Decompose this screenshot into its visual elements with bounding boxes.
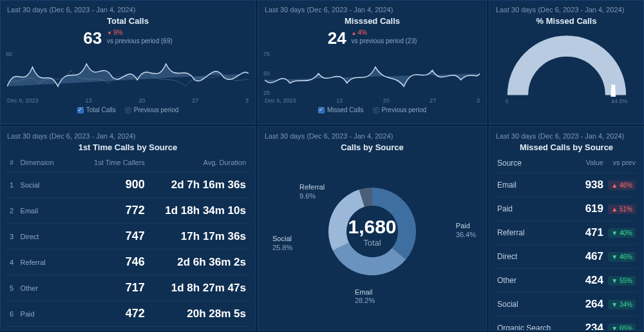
row-index: 7 [7,327,18,331]
panel-missed-by-source: Last 30 days (Dec 6, 2023 - Jan 4, 2024)… [489,126,644,331]
row-delta: ▼ 65% [603,324,636,331]
x-tick: 3 [477,97,480,104]
row-duration: 2d 6h 36m 2s [147,249,249,275]
missed-calls-prev: vs previous period (23) [352,37,417,44]
donut-chart: 1,680 Total Paid36.4% Email28.2% Social2… [265,157,480,306]
checkbox-icon [77,107,84,113]
legend-previous[interactable]: Previous period [373,106,426,113]
row-callers: 746 [82,249,147,275]
x-tick: 27 [192,97,198,104]
donut-label-social: Social25.8% [272,235,292,253]
list-item[interactable]: Organic Search234▼ 65% [496,316,637,331]
row-source: Paid [18,301,82,327]
x-tick: 3 [245,97,249,104]
checkbox-icon [373,107,379,113]
row-source: Email [497,181,565,190]
x-tick: 13 [336,97,343,104]
list-item[interactable]: Social264▼ 34% [496,292,637,316]
table-row[interactable]: 1Social9002d 7h 16m 36s [7,172,249,198]
row-source: Organic Search [18,327,82,331]
legend: Missed Calls Previous period [265,106,480,113]
row-index: 3 [7,224,18,249]
x-tick: Dec 6, 2023 [265,97,296,104]
period-label: Last 30 days (Dec 6, 2023 - Jan 4, 2024) [7,132,249,140]
panel-missed-calls: Last 30 days (Dec 6, 2023 - Jan 4, 2024)… [258,0,487,124]
table-row[interactable]: 7Organic Search2752d 3h 56m 36s [7,327,249,331]
list-item[interactable]: Email938▲ 46% [496,173,637,197]
row-duration: 1d 8h 27m 47s [147,275,249,301]
list-item[interactable]: Referral471▼ 40% [496,220,637,244]
table-row[interactable]: 6Paid47220h 28m 5s [7,301,249,327]
row-source: Organic Search [497,324,565,331]
total-calls-value: 63 [83,28,102,48]
total-calls-title: Total Calls [7,16,249,26]
row-callers: 900 [82,172,147,198]
col-callers: 1st Time Callers [82,155,147,172]
legend-label: Previous period [134,106,178,113]
row-delta: ▼ 40% [603,228,636,238]
col-index: # [7,155,18,172]
row-index: 2 [7,198,18,224]
table-row[interactable]: 4Referral7462d 6h 36m 2s [7,249,249,275]
x-axis: Dec 6, 2023 13 20 27 3 [7,97,249,104]
x-tick: 27 [430,97,436,104]
period-label: Last 30 days (Dec 6, 2023 - Jan 4, 2024) [265,6,480,14]
row-delta: ▼ 34% [603,300,636,309]
missed-calls-title: Misssed Calls [265,16,480,26]
y-tick: 25 [263,90,270,96]
row-delta: ▲ 46% [603,181,636,190]
mcs-title: Missed Calls by Source [496,142,637,152]
row-delta: ▼ 55% [603,276,636,286]
row-index: 4 [7,249,18,275]
list-item[interactable]: Other424▼ 55% [496,268,637,292]
row-delta: ▼ 46% [603,252,636,262]
row-source: Referral [497,228,565,237]
row-source: Email [18,198,82,224]
y-tick: 50 [263,70,270,77]
row-value: 264 [565,298,603,311]
row-source: Paid [497,204,565,213]
row-delta: ▲ 51% [603,204,636,214]
gauge-title: % Missed Calls [496,16,637,26]
list-item[interactable]: Paid619▲ 51% [496,197,637,220]
checkbox-icon [318,107,325,113]
table-row[interactable]: 3Direct74717h 17m 36s [7,224,249,249]
row-duration: 20h 28m 5s [147,301,249,327]
first-time-title: 1st Time Calls by Source [7,142,249,152]
legend-label: Total Calls [86,106,116,113]
total-calls-delta: 9% [107,29,122,36]
total-calls-prev: vs previous period (69) [107,37,173,44]
table-row[interactable]: 5Other7171d 8h 27m 47s [7,275,249,301]
row-source: Direct [18,224,82,249]
row-source: Other [18,275,82,301]
row-duration: 1d 18h 34m 10s [147,198,249,224]
x-tick: 13 [85,97,91,104]
legend-label: Previous period [382,106,426,113]
panel-first-time-calls: Last 30 days (Dec 6, 2023 - Jan 4, 2024)… [0,126,256,331]
row-duration: 2d 7h 16m 36s [147,172,249,198]
period-label: Last 30 days (Dec 6, 2023 - Jan 4, 2024) [265,132,480,140]
legend-missed-calls[interactable]: Missed Calls [318,106,364,113]
donut-total-label: Total [348,238,396,248]
col-vsprev: vs prev [603,159,636,168]
total-calls-sparkline: 80 [7,51,249,96]
row-value: 619 [565,202,603,215]
panel-calls-by-source: Last 30 days (Dec 6, 2023 - Jan 4, 2024)… [258,126,487,331]
mcs-header: Source Value vs prev [496,155,637,173]
legend-previous[interactable]: Previous period [125,106,178,113]
y-tick: 80 [6,51,12,57]
row-callers: 717 [82,275,147,301]
x-tick: 20 [383,97,390,104]
panel-gauge: Last 30 days (Dec 6, 2023 - Jan 4, 2024)… [489,0,644,124]
list-item[interactable]: Direct467▼ 46% [496,244,637,268]
x-tick: Dec 6, 2023 [7,97,39,104]
x-axis: Dec 6, 2023 13 20 27 3 [265,97,480,104]
row-callers: 772 [82,198,147,224]
row-value: 471 [565,226,603,239]
donut-label-email: Email28.2% [355,288,375,306]
donut-title: Calls by Source [265,142,480,152]
legend-total-calls[interactable]: Total Calls [77,106,116,113]
col-value: Value [565,159,603,168]
row-value: 234 [565,322,603,331]
table-row[interactable]: 2Email7721d 18h 34m 10s [7,198,249,224]
